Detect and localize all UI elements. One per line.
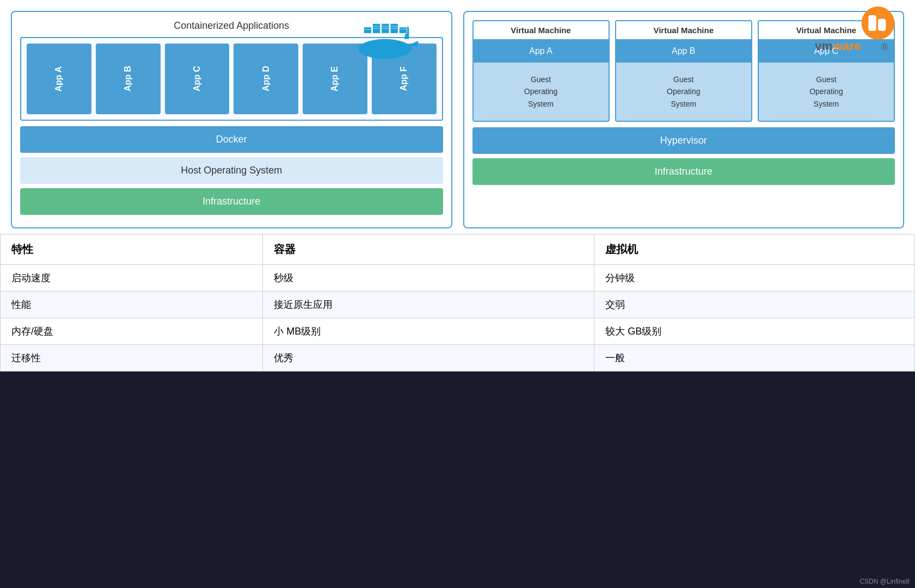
comparison-table: 特性 容器 虚拟机 启动速度秒级分钟级性能接近原生应用交弱内存/硬盘小 MB级别… — [0, 234, 915, 372]
vm-machine-1: Virtual Machine App A GuestOperatingSyst… — [472, 20, 610, 122]
vm-machine-2: Virtual Machine App B GuestOperatingSyst… — [615, 20, 752, 122]
table-cell-3-0: 迁移性 — [1, 345, 263, 372]
vm1-title: Virtual Machine — [474, 21, 609, 40]
app-box-d: App D — [234, 44, 298, 114]
watermark: CSDN @Linfine8 — [859, 578, 910, 585]
table-header-row: 特性 容器 虚拟机 — [1, 234, 915, 265]
table-cell-2-2: 较大 GB级别 — [594, 318, 915, 345]
docker-panel: Containerized Applications — [11, 11, 452, 228]
svg-rect-1 — [364, 27, 371, 34]
col-header-container: 容器 — [263, 234, 594, 265]
table-row: 启动速度秒级分钟级 — [1, 265, 915, 292]
svg-point-0 — [358, 39, 412, 59]
col-header-vm: 虚拟机 — [594, 234, 915, 265]
svg-rect-5 — [399, 27, 407, 34]
table-cell-1-2: 交弱 — [594, 292, 915, 318]
vm-infra-layer: Infrastructure — [472, 158, 895, 185]
docker-logo — [348, 7, 419, 61]
table-cell-2-1: 小 MB级别 — [263, 318, 594, 345]
vm1-guest: GuestOperatingSystem — [474, 63, 609, 121]
svg-text:®: ® — [881, 41, 888, 52]
app-box-b: App B — [96, 44, 161, 114]
svg-rect-18 — [878, 18, 886, 30]
table-cell-3-1: 优秀 — [263, 345, 594, 372]
table-cell-0-0: 启动速度 — [1, 265, 263, 292]
app-box-a: App A — [27, 44, 91, 114]
table-cell-3-2: 一般 — [594, 345, 915, 372]
top-section: Containerized Applications — [0, 0, 915, 234]
table-cell-1-1: 接近原生应用 — [263, 292, 594, 318]
host-os-layer: Host Operating System — [20, 157, 443, 184]
hypervisor-layer: Hypervisor — [472, 127, 895, 154]
table-row: 性能接近原生应用交弱 — [1, 292, 915, 318]
vm3-guest: GuestOperatingSystem — [759, 63, 894, 121]
vmware-logo: vm ware ® — [810, 7, 898, 61]
docker-infra-layer: Infrastructure — [20, 188, 443, 215]
app-box-c: App C — [165, 44, 230, 114]
vm2-title: Virtual Machine — [616, 21, 751, 40]
vm2-app: App B — [616, 40, 751, 63]
vm1-app: App A — [474, 40, 609, 63]
table-cell-0-1: 秒级 — [263, 265, 594, 292]
table-cell-2-0: 内存/硬盘 — [1, 318, 263, 345]
table-section: 特性 容器 虚拟机 启动速度秒级分钟级性能接近原生应用交弱内存/硬盘小 MB级别… — [0, 234, 915, 372]
docker-layer: Docker — [20, 126, 443, 153]
svg-text:ware: ware — [833, 39, 861, 53]
svg-text:vm: vm — [815, 39, 832, 53]
table-row: 迁移性优秀一般 — [1, 345, 915, 372]
table-row: 内存/硬盘小 MB级别较大 GB级别 — [1, 318, 915, 345]
vm2-guest: GuestOperatingSystem — [616, 63, 751, 121]
table-cell-0-2: 分钟级 — [594, 265, 915, 292]
table-cell-1-0: 性能 — [1, 292, 263, 318]
vm-panel: vm ware ® Virtual Machine App A GuestOpe… — [463, 11, 905, 228]
svg-rect-17 — [868, 15, 876, 31]
col-header-feature: 特性 — [1, 234, 263, 265]
